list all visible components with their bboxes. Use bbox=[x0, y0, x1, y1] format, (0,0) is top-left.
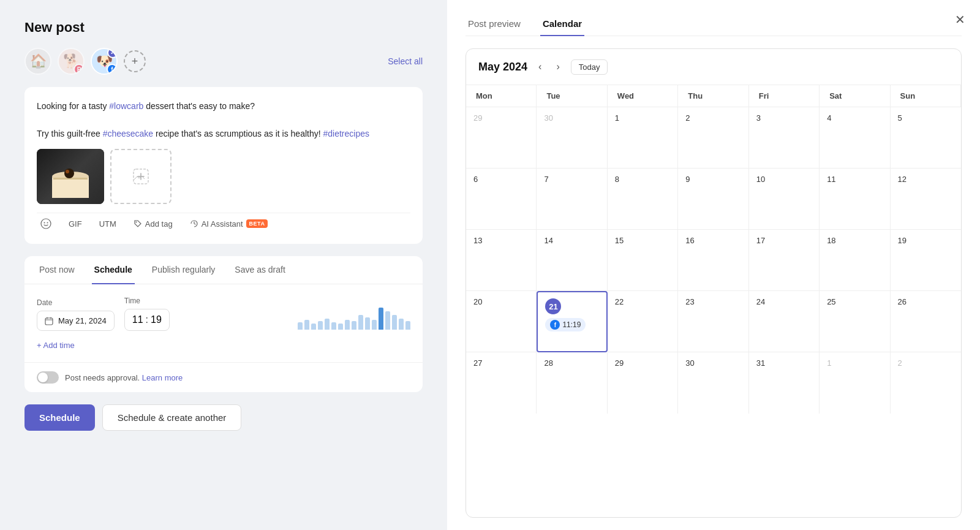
cal-cell-12[interactable]: 12 bbox=[891, 168, 961, 230]
emoji-button[interactable] bbox=[37, 216, 55, 232]
time-input[interactable]: 11 : 19 bbox=[124, 309, 170, 331]
chart-bar-5 bbox=[331, 322, 336, 330]
tab-save-as-draft[interactable]: Save as draft bbox=[232, 256, 288, 284]
day-number: 17 bbox=[756, 236, 812, 245]
cal-cell-25[interactable]: 25 bbox=[820, 291, 890, 352]
learn-more-link[interactable]: Learn more bbox=[142, 373, 183, 382]
cal-cell-13[interactable]: 13 bbox=[466, 230, 537, 291]
cal-cell-29[interactable]: 29 bbox=[608, 352, 678, 414]
day-number: 7 bbox=[544, 175, 599, 184]
select-all-link[interactable]: Select all bbox=[388, 56, 423, 66]
svg-point-7 bbox=[44, 222, 45, 224]
cal-cell-21[interactable]: 21f11:19 bbox=[537, 291, 607, 352]
close-button[interactable]: ✕ bbox=[955, 12, 965, 27]
cal-cell-23[interactable]: 23 bbox=[678, 291, 748, 352]
cal-cell-4[interactable]: 4 bbox=[820, 107, 890, 168]
cal-cell-18[interactable]: 18 bbox=[820, 230, 890, 291]
cal-cell-31[interactable]: 31 bbox=[749, 352, 820, 414]
chart-bar-8 bbox=[352, 321, 356, 330]
add-account-button[interactable]: + bbox=[124, 50, 146, 72]
account-avatar-2[interactable]: 🐕 P bbox=[58, 48, 85, 75]
account-avatar-1[interactable]: 🏠 bbox=[24, 48, 51, 75]
cal-cell-1[interactable]: 1 bbox=[608, 107, 678, 168]
day-number: 24 bbox=[756, 297, 812, 306]
day-number: 2 bbox=[898, 358, 954, 368]
day-number: 1 bbox=[827, 358, 882, 368]
schedule-button[interactable]: Schedule bbox=[24, 404, 95, 431]
cal-cell-14[interactable]: 14 bbox=[537, 230, 607, 291]
media-add-button[interactable] bbox=[110, 149, 172, 204]
event-chip[interactable]: f11:19 bbox=[545, 318, 586, 331]
cal-cell-30-prev[interactable]: 30 bbox=[537, 107, 607, 168]
cal-cell-16[interactable]: 16 bbox=[678, 230, 748, 291]
tab-publish-regularly[interactable]: Publish regularly bbox=[149, 256, 218, 284]
day-number: 13 bbox=[473, 236, 529, 245]
cal-cell-20[interactable]: 20 bbox=[466, 291, 537, 352]
date-label: Date bbox=[37, 298, 115, 307]
post-text: Looking for a tasty #lowcarb dessert tha… bbox=[37, 99, 410, 140]
cal-cell-30[interactable]: 30 bbox=[678, 352, 748, 414]
add-tag-button[interactable]: Add tag bbox=[130, 217, 176, 231]
day-header-sat: Sat bbox=[820, 85, 890, 107]
cal-cell-29-prev[interactable]: 29 bbox=[466, 107, 537, 168]
day-header-wed: Wed bbox=[608, 85, 678, 107]
panel-tab-calendar[interactable]: Calendar bbox=[540, 12, 584, 36]
date-time-row: Date May 21, 2024 Time bbox=[37, 297, 410, 331]
day-number: 15 bbox=[615, 236, 670, 245]
day-header-fri: Fri bbox=[749, 85, 820, 107]
ai-assistant-button[interactable]: AI Assistant BETA bbox=[186, 217, 272, 231]
cal-cell-17[interactable]: 17 bbox=[749, 230, 820, 291]
approval-toggle[interactable] bbox=[37, 371, 59, 384]
chart-bar-6 bbox=[338, 324, 343, 330]
chart-bar-4 bbox=[325, 319, 330, 330]
cal-cell-5[interactable]: 5 bbox=[891, 107, 961, 168]
cal-cell-2[interactable]: 2 bbox=[678, 107, 748, 168]
cal-cell-3[interactable]: 3 bbox=[749, 107, 820, 168]
calendar-next-button[interactable]: › bbox=[552, 59, 563, 75]
cal-cell-10[interactable]: 10 bbox=[749, 168, 820, 230]
day-header-mon: Mon bbox=[466, 85, 537, 107]
day-number: 10 bbox=[756, 175, 812, 184]
cal-cell-2-next[interactable]: 2 bbox=[891, 352, 961, 414]
cal-cell-22[interactable]: 22 bbox=[608, 291, 678, 352]
day-number: 26 bbox=[898, 297, 954, 306]
add-time-button[interactable]: + Add time bbox=[37, 341, 410, 350]
beta-badge: BETA bbox=[246, 219, 268, 228]
cal-cell-11[interactable]: 11 bbox=[820, 168, 890, 230]
cal-cell-28[interactable]: 28 bbox=[537, 352, 607, 414]
cal-cell-19[interactable]: 19 bbox=[891, 230, 961, 291]
cal-cell-15[interactable]: 15 bbox=[608, 230, 678, 291]
cal-cell-9[interactable]: 9 bbox=[678, 168, 748, 230]
calendar-today-button[interactable]: Today bbox=[571, 59, 608, 75]
svg-point-6 bbox=[41, 219, 51, 229]
cal-cell-6[interactable]: 6 bbox=[466, 168, 537, 230]
day-number: 4 bbox=[827, 113, 882, 123]
calendar-prev-button[interactable]: ‹ bbox=[535, 59, 545, 75]
schedule-and-create-button[interactable]: Schedule & create another bbox=[102, 404, 242, 431]
tab-schedule[interactable]: Schedule bbox=[92, 256, 135, 284]
cal-cell-24[interactable]: 24 bbox=[749, 291, 820, 352]
day-number: 6 bbox=[473, 175, 529, 184]
cal-cell-27[interactable]: 27 bbox=[466, 352, 537, 414]
account-avatar-3[interactable]: 🐶 ✓ f bbox=[91, 48, 118, 75]
tab-post-now[interactable]: Post now bbox=[37, 256, 77, 284]
chart-bar-14 bbox=[392, 315, 397, 330]
gif-button[interactable]: GIF bbox=[65, 217, 86, 231]
cal-cell-1-next[interactable]: 1 bbox=[820, 352, 890, 414]
panel-tab-post-preview[interactable]: Post preview bbox=[466, 12, 523, 36]
schedule-tabs-row: Post now Schedule Publish regularly Save… bbox=[24, 256, 423, 284]
day-number: 30 bbox=[544, 113, 599, 123]
media-thumbnail-1[interactable] bbox=[37, 149, 104, 204]
day-number: 11 bbox=[827, 175, 882, 184]
utm-button[interactable]: UTM bbox=[96, 217, 120, 231]
day-header-tue: Tue bbox=[537, 85, 607, 107]
day-header-sun: Sun bbox=[891, 85, 961, 107]
date-input[interactable]: May 21, 2024 bbox=[37, 311, 115, 331]
day-number: 3 bbox=[756, 113, 812, 123]
day-number: 31 bbox=[756, 358, 812, 368]
chart-bar-12 bbox=[379, 308, 383, 330]
cal-cell-7[interactable]: 7 bbox=[537, 168, 607, 230]
cal-cell-8[interactable]: 8 bbox=[608, 168, 678, 230]
day-number: 19 bbox=[898, 236, 954, 245]
cal-cell-26[interactable]: 26 bbox=[891, 291, 961, 352]
